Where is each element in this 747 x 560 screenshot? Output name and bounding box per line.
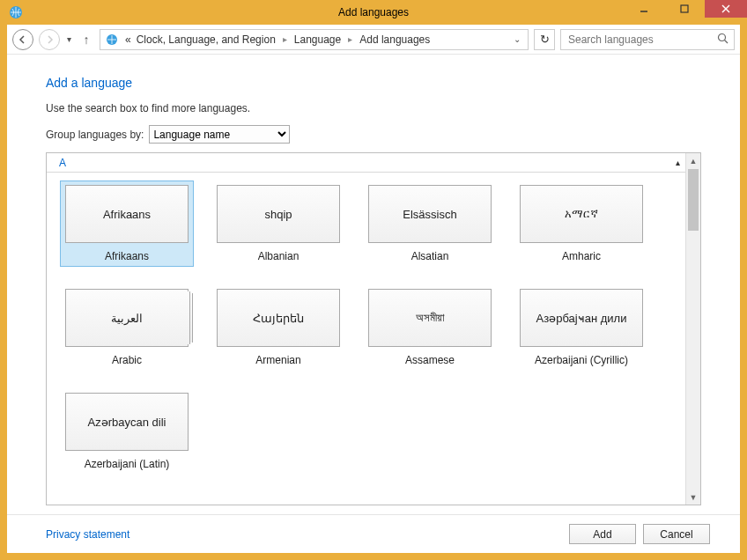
group-by-select[interactable]: Language name xyxy=(149,125,290,144)
search-box[interactable] xyxy=(560,29,735,50)
language-card: Afrikaans xyxy=(65,185,189,243)
language-card: العربية xyxy=(65,289,189,347)
breadcrumb-separator-icon[interactable]: ▸ xyxy=(281,34,289,44)
breadcrumb-prefix: « xyxy=(125,33,131,46)
svg-rect-2 xyxy=(681,5,688,12)
search-input[interactable] xyxy=(566,33,707,47)
breadcrumb-item[interactable]: Add languages xyxy=(359,33,430,46)
language-card: አማርኛ xyxy=(520,185,643,243)
language-caption: Alsatian xyxy=(411,250,449,262)
refresh-button[interactable]: ↻ xyxy=(534,29,555,50)
privacy-link[interactable]: Privacy statement xyxy=(46,528,129,541)
window-frame: Add languages ▾ ↑ xyxy=(0,0,747,560)
language-caption: Assamese xyxy=(405,354,455,366)
language-tiles: AfrikaansAfrikaansshqipAlbanianElsässisc… xyxy=(47,181,685,474)
add-button[interactable]: Add xyxy=(569,524,636,544)
up-button[interactable]: ↑ xyxy=(78,33,94,47)
breadcrumb-separator-icon[interactable]: ▸ xyxy=(346,34,354,44)
control-panel-icon xyxy=(7,4,25,21)
language-tile[interactable]: Азәрбајҹан дилиAzerbaijani (Cyrillic) xyxy=(515,285,647,370)
window-buttons xyxy=(624,0,747,18)
content-area: Add a language Use the search box to fin… xyxy=(7,55,740,514)
language-tile[interactable]: অসমীয়াAssamese xyxy=(364,285,496,370)
language-card: Azərbaycan dili xyxy=(65,393,189,451)
language-card: Elsässisch xyxy=(368,185,492,243)
language-list[interactable]: A ▴ AfrikaansAfrikaansshqipAlbanianElsäs… xyxy=(47,153,685,505)
language-caption: Armenian xyxy=(255,354,300,366)
navigation-bar: ▾ ↑ « Clock, Language, and Region ▸ Lang… xyxy=(7,25,740,55)
titlebar[interactable]: Add languages xyxy=(0,0,747,25)
client-area: ▾ ↑ « Clock, Language, and Region ▸ Lang… xyxy=(7,25,740,553)
letter-header-label: A xyxy=(59,157,66,169)
maximize-button[interactable] xyxy=(664,0,705,18)
history-dropdown-icon[interactable]: ▾ xyxy=(65,34,73,44)
letter-header[interactable]: A ▴ xyxy=(47,157,685,173)
scroll-thumb[interactable] xyxy=(688,169,699,231)
location-icon xyxy=(104,32,120,48)
close-button[interactable] xyxy=(705,0,747,18)
language-tile[interactable]: العربيةArabic xyxy=(61,285,193,370)
page-heading: Add a language xyxy=(46,76,701,90)
breadcrumb-item[interactable]: Language xyxy=(294,33,341,46)
minimize-button[interactable] xyxy=(624,0,664,18)
address-dropdown-icon[interactable]: ⌄ xyxy=(510,34,524,44)
footer-bar: Privacy statement Add Cancel xyxy=(7,514,740,553)
back-button[interactable] xyxy=(12,29,33,50)
language-card: Հայերեն xyxy=(217,289,340,347)
language-list-frame: A ▴ AfrikaansAfrikaansshqipAlbanianElsäs… xyxy=(46,152,701,505)
language-caption: Amharic xyxy=(562,250,601,262)
scroll-down-icon[interactable]: ▼ xyxy=(686,490,700,505)
window-title: Add languages xyxy=(338,6,409,18)
language-tile[interactable]: Azərbaycan diliAzerbaijani (Latin) xyxy=(61,389,193,474)
language-card: shqip xyxy=(217,185,340,243)
vertical-scrollbar[interactable]: ▲ ▼ xyxy=(685,153,700,505)
svg-point-6 xyxy=(719,33,726,41)
forward-button[interactable] xyxy=(39,29,60,50)
language-tile[interactable]: AfrikaansAfrikaans xyxy=(61,181,193,266)
language-caption: Albanian xyxy=(258,250,300,262)
language-tile[interactable]: አማርኛAmharic xyxy=(515,181,647,266)
language-caption: Arabic xyxy=(112,354,142,366)
language-tile[interactable]: shqipAlbanian xyxy=(212,181,344,266)
language-caption: Azerbaijani (Latin) xyxy=(85,458,170,470)
group-by-label: Group languages by: xyxy=(46,129,144,141)
language-caption: Azerbaijani (Cyrillic) xyxy=(535,354,628,366)
language-tile[interactable]: ElsässischAlsatian xyxy=(364,181,496,266)
address-bar[interactable]: « Clock, Language, and Region ▸ Language… xyxy=(100,29,529,50)
search-icon[interactable] xyxy=(717,33,729,47)
language-caption: Afrikaans xyxy=(105,250,149,262)
cancel-button[interactable]: Cancel xyxy=(643,524,710,544)
breadcrumb-item[interactable]: Clock, Language, and Region xyxy=(137,33,276,46)
language-tile[interactable]: ՀայերենArmenian xyxy=(212,285,344,370)
collapse-icon[interactable]: ▴ xyxy=(676,158,680,167)
group-by-row: Group languages by: Language name xyxy=(46,125,701,144)
page-hint: Use the search box to find more language… xyxy=(46,102,701,114)
svg-line-7 xyxy=(725,40,729,43)
scroll-up-icon[interactable]: ▲ xyxy=(686,153,700,168)
language-card: Азәрбајҹан дили xyxy=(520,289,643,347)
language-card: অসমীয়া xyxy=(368,289,492,347)
